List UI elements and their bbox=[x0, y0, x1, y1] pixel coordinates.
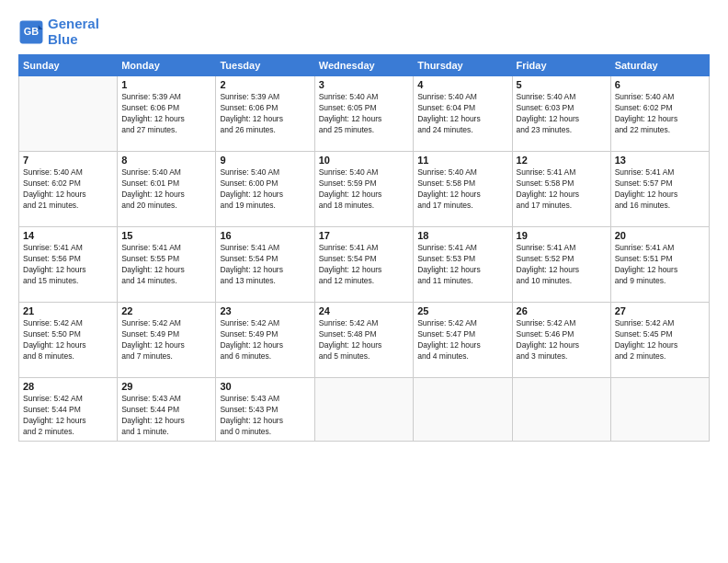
weekday-header-friday: Friday bbox=[512, 55, 610, 76]
day-info: Sunrise: 5:40 AM Sunset: 6:04 PM Dayligh… bbox=[417, 92, 507, 136]
day-number: 13 bbox=[615, 155, 705, 166]
calendar-cell: 24Sunrise: 5:42 AM Sunset: 5:48 PM Dayli… bbox=[314, 303, 413, 378]
day-info: Sunrise: 5:41 AM Sunset: 5:56 PM Dayligh… bbox=[23, 243, 113, 287]
calendar-cell: 16Sunrise: 5:41 AM Sunset: 5:54 PM Dayli… bbox=[216, 227, 314, 303]
day-info: Sunrise: 5:42 AM Sunset: 5:44 PM Dayligh… bbox=[23, 394, 113, 438]
day-info: Sunrise: 5:43 AM Sunset: 5:44 PM Dayligh… bbox=[121, 394, 211, 438]
calendar-cell: 7Sunrise: 5:40 AM Sunset: 6:02 PM Daylig… bbox=[19, 152, 118, 227]
calendar-cell: 8Sunrise: 5:40 AM Sunset: 6:01 PM Daylig… bbox=[118, 152, 216, 227]
day-info: Sunrise: 5:39 AM Sunset: 6:06 PM Dayligh… bbox=[220, 92, 310, 136]
day-info: Sunrise: 5:41 AM Sunset: 5:55 PM Dayligh… bbox=[121, 243, 211, 287]
weekday-header-wednesday: Wednesday bbox=[314, 55, 413, 76]
day-info: Sunrise: 5:42 AM Sunset: 5:50 PM Dayligh… bbox=[23, 318, 113, 362]
day-number: 10 bbox=[319, 155, 409, 166]
calendar-cell: 9Sunrise: 5:40 AM Sunset: 6:00 PM Daylig… bbox=[216, 152, 314, 227]
day-info: Sunrise: 5:42 AM Sunset: 5:47 PM Dayligh… bbox=[417, 318, 507, 362]
day-number: 24 bbox=[319, 305, 409, 316]
weekday-header-thursday: Thursday bbox=[414, 55, 512, 76]
day-number: 8 bbox=[121, 155, 211, 166]
day-info: Sunrise: 5:41 AM Sunset: 5:57 PM Dayligh… bbox=[615, 167, 705, 212]
day-info: Sunrise: 5:40 AM Sunset: 6:02 PM Dayligh… bbox=[615, 92, 705, 136]
day-number: 16 bbox=[220, 230, 310, 241]
day-number: 9 bbox=[220, 155, 310, 166]
calendar-cell bbox=[314, 378, 413, 442]
logo: GB General Blue bbox=[18, 17, 99, 47]
calendar-cell bbox=[19, 76, 118, 152]
day-info: Sunrise: 5:41 AM Sunset: 5:54 PM Dayligh… bbox=[220, 243, 310, 287]
day-number: 14 bbox=[23, 230, 113, 241]
day-info: Sunrise: 5:41 AM Sunset: 5:54 PM Dayligh… bbox=[319, 243, 409, 287]
day-info: Sunrise: 5:40 AM Sunset: 6:02 PM Dayligh… bbox=[23, 167, 113, 212]
day-info: Sunrise: 5:40 AM Sunset: 5:59 PM Dayligh… bbox=[319, 167, 409, 212]
calendar-cell: 22Sunrise: 5:42 AM Sunset: 5:49 PM Dayli… bbox=[118, 303, 216, 378]
weekday-header-monday: Monday bbox=[118, 55, 216, 76]
day-number: 26 bbox=[517, 305, 607, 316]
day-info: Sunrise: 5:41 AM Sunset: 5:58 PM Dayligh… bbox=[517, 167, 607, 212]
day-number: 27 bbox=[615, 305, 705, 316]
calendar-cell bbox=[610, 378, 709, 442]
day-number: 28 bbox=[23, 381, 113, 392]
calendar-cell: 20Sunrise: 5:41 AM Sunset: 5:51 PM Dayli… bbox=[610, 227, 709, 303]
calendar-cell: 23Sunrise: 5:42 AM Sunset: 5:49 PM Dayli… bbox=[216, 303, 314, 378]
day-number: 7 bbox=[23, 155, 113, 166]
day-info: Sunrise: 5:42 AM Sunset: 5:45 PM Dayligh… bbox=[615, 318, 705, 362]
day-number: 1 bbox=[121, 79, 211, 90]
day-number: 19 bbox=[517, 230, 607, 241]
day-number: 3 bbox=[319, 79, 409, 90]
day-number: 6 bbox=[615, 79, 705, 90]
calendar-cell: 3Sunrise: 5:40 AM Sunset: 6:05 PM Daylig… bbox=[314, 76, 413, 152]
week-row-5: 28Sunrise: 5:42 AM Sunset: 5:44 PM Dayli… bbox=[19, 378, 710, 442]
calendar-cell: 19Sunrise: 5:41 AM Sunset: 5:52 PM Dayli… bbox=[512, 227, 610, 303]
calendar-cell: 15Sunrise: 5:41 AM Sunset: 5:55 PM Dayli… bbox=[118, 227, 216, 303]
svg-text:GB: GB bbox=[24, 26, 39, 37]
day-info: Sunrise: 5:42 AM Sunset: 5:49 PM Dayligh… bbox=[220, 318, 310, 362]
day-number: 20 bbox=[615, 230, 705, 241]
calendar-table: SundayMondayTuesdayWednesdayThursdayFrid… bbox=[18, 54, 710, 442]
calendar-cell: 18Sunrise: 5:41 AM Sunset: 5:53 PM Dayli… bbox=[414, 227, 512, 303]
day-info: Sunrise: 5:40 AM Sunset: 6:03 PM Dayligh… bbox=[517, 92, 607, 136]
day-info: Sunrise: 5:39 AM Sunset: 6:06 PM Dayligh… bbox=[121, 92, 211, 136]
week-row-4: 21Sunrise: 5:42 AM Sunset: 5:50 PM Dayli… bbox=[19, 303, 710, 378]
weekday-header-tuesday: Tuesday bbox=[216, 55, 314, 76]
logo-icon: GB bbox=[18, 19, 44, 45]
day-number: 2 bbox=[220, 79, 310, 90]
calendar-cell: 12Sunrise: 5:41 AM Sunset: 5:58 PM Dayli… bbox=[512, 152, 610, 227]
day-info: Sunrise: 5:40 AM Sunset: 6:05 PM Dayligh… bbox=[319, 92, 409, 136]
calendar-cell: 1Sunrise: 5:39 AM Sunset: 6:06 PM Daylig… bbox=[118, 76, 216, 152]
calendar-cell bbox=[512, 378, 610, 442]
day-number: 17 bbox=[319, 230, 409, 241]
week-row-3: 14Sunrise: 5:41 AM Sunset: 5:56 PM Dayli… bbox=[19, 227, 710, 303]
day-info: Sunrise: 5:40 AM Sunset: 5:58 PM Dayligh… bbox=[417, 167, 507, 212]
calendar-cell: 14Sunrise: 5:41 AM Sunset: 5:56 PM Dayli… bbox=[19, 227, 118, 303]
day-number: 21 bbox=[23, 305, 113, 316]
logo-text-blue: Blue bbox=[48, 32, 99, 48]
day-info: Sunrise: 5:41 AM Sunset: 5:51 PM Dayligh… bbox=[615, 243, 705, 287]
calendar-cell: 11Sunrise: 5:40 AM Sunset: 5:58 PM Dayli… bbox=[414, 152, 512, 227]
day-number: 22 bbox=[121, 305, 211, 316]
week-row-2: 7Sunrise: 5:40 AM Sunset: 6:02 PM Daylig… bbox=[19, 152, 710, 227]
day-info: Sunrise: 5:41 AM Sunset: 5:53 PM Dayligh… bbox=[417, 243, 507, 287]
calendar-cell: 28Sunrise: 5:42 AM Sunset: 5:44 PM Dayli… bbox=[19, 378, 118, 442]
calendar-cell bbox=[414, 378, 512, 442]
calendar-cell: 10Sunrise: 5:40 AM Sunset: 5:59 PM Dayli… bbox=[314, 152, 413, 227]
day-info: Sunrise: 5:40 AM Sunset: 6:00 PM Dayligh… bbox=[220, 167, 310, 212]
calendar-cell: 26Sunrise: 5:42 AM Sunset: 5:46 PM Dayli… bbox=[512, 303, 610, 378]
day-number: 18 bbox=[417, 230, 507, 241]
day-info: Sunrise: 5:43 AM Sunset: 5:43 PM Dayligh… bbox=[220, 394, 310, 438]
calendar-cell: 27Sunrise: 5:42 AM Sunset: 5:45 PM Dayli… bbox=[610, 303, 709, 378]
weekday-header-saturday: Saturday bbox=[610, 55, 709, 76]
day-number: 11 bbox=[417, 155, 507, 166]
logo-text-general: General bbox=[48, 17, 99, 32]
calendar-cell: 5Sunrise: 5:40 AM Sunset: 6:03 PM Daylig… bbox=[512, 76, 610, 152]
calendar-cell: 25Sunrise: 5:42 AM Sunset: 5:47 PM Dayli… bbox=[414, 303, 512, 378]
calendar-cell: 4Sunrise: 5:40 AM Sunset: 6:04 PM Daylig… bbox=[414, 76, 512, 152]
day-number: 4 bbox=[417, 79, 507, 90]
day-number: 30 bbox=[220, 381, 310, 392]
day-info: Sunrise: 5:42 AM Sunset: 5:48 PM Dayligh… bbox=[319, 318, 409, 362]
calendar-cell: 17Sunrise: 5:41 AM Sunset: 5:54 PM Dayli… bbox=[314, 227, 413, 303]
calendar-cell: 21Sunrise: 5:42 AM Sunset: 5:50 PM Dayli… bbox=[19, 303, 118, 378]
weekday-header-row: SundayMondayTuesdayWednesdayThursdayFrid… bbox=[19, 55, 710, 76]
day-info: Sunrise: 5:41 AM Sunset: 5:52 PM Dayligh… bbox=[517, 243, 607, 287]
day-number: 29 bbox=[121, 381, 211, 392]
day-number: 23 bbox=[220, 305, 310, 316]
